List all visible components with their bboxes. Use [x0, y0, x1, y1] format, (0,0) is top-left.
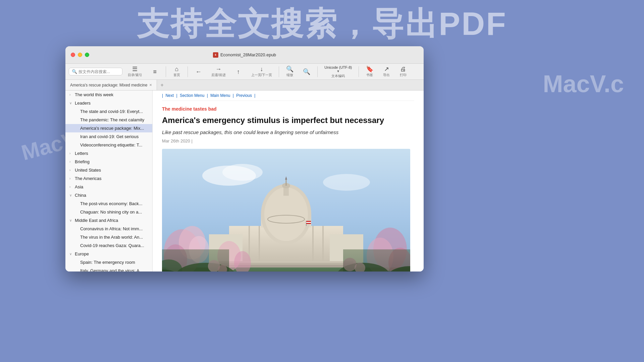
encoding-dropdown-icon: ▼ — [336, 69, 340, 73]
sidebar-item-rescue-package[interactable]: America's rescue package: Mix... — [65, 124, 152, 132]
active-tab[interactable]: America's rescue package: Mixed medicine… — [65, 80, 157, 90]
svg-rect-48 — [343, 249, 410, 272]
nav-section-menu[interactable]: Section Menu — [180, 93, 204, 98]
sidebar-item-label-letters: Letters — [75, 151, 148, 156]
sidebar-item-italy-germany[interactable]: Italy, Germany and the virus: A... — [65, 266, 152, 272]
article-date: Mar 26th 2020 | — [162, 138, 414, 143]
encoding-button[interactable]: Unicode (UTF-8) ▼ 文本编码 — [321, 64, 355, 79]
sidebar-item-united-states[interactable]: ›United States — [65, 166, 152, 174]
svg-point-2 — [222, 164, 263, 181]
sidebar-item-letters[interactable]: ›Letters — [65, 149, 152, 158]
window-title: Economist_28Mar2020.epub — [220, 52, 276, 57]
add-tab-button[interactable]: + — [157, 80, 167, 90]
svg-rect-26 — [306, 223, 311, 224]
expand-icon-asia: › — [69, 185, 73, 189]
sidebar-item-spain-emergency[interactable]: Spain: The emergency room — [65, 258, 152, 266]
encoding-label: 文本编码 — [331, 74, 345, 78]
toc-icon: ☰ — [132, 66, 138, 72]
sidebar-item-label-europe: Europe — [75, 251, 148, 256]
sidebar-item-world-this-week[interactable]: ›The world this week — [65, 90, 152, 99]
close-button[interactable] — [71, 53, 75, 57]
content-pane[interactable]: | Next | Section Menu | Main Menu | Prev… — [153, 90, 424, 272]
page-up-button[interactable]: ↑ — [231, 68, 246, 76]
tab-close-button[interactable]: ✕ — [149, 83, 152, 87]
article-nav: | Next | Section Menu | Main Menu | Prev… — [162, 90, 414, 101]
sidebar-item-virus-arab[interactable]: The virus in the Arab world: An... — [65, 233, 152, 241]
separator-3 — [279, 66, 279, 77]
zoom-out-button[interactable]: 🔍 — [299, 68, 314, 76]
watermark-side-right: MacV.c — [543, 67, 624, 101]
sidebar-item-label-united-states: United States — [75, 168, 148, 173]
sidebar-item-label-state-covid: The state and covid-19: Everyt... — [80, 109, 148, 114]
svg-point-3 — [323, 174, 370, 191]
sidebar-item-label-coronavirus-africa: Coronavirus in Africa: Not imm... — [80, 226, 148, 231]
sidebar-item-the-americas[interactable]: ›The Americas — [65, 174, 152, 183]
article-kicker: The medicine tastes bad — [162, 106, 414, 112]
sidebar-item-coronavirus-africa[interactable]: Coronavirus in Africa: Not imm... — [65, 225, 152, 233]
sidebar-item-asia[interactable]: ›Asia — [65, 183, 152, 191]
search-box[interactable]: 🔍 — [69, 68, 122, 75]
export-label: 导出 — [383, 73, 390, 77]
svg-rect-47 — [162, 249, 229, 272]
sidebar-item-label-rescue-package: America's rescue package: Mix... — [80, 126, 148, 131]
sidebar-item-label-italy-germany: Italy, Germany and the virus: A... — [80, 268, 148, 272]
separator-4 — [317, 66, 318, 77]
page-down-button[interactable]: ↓ 上一页/下一页 — [248, 65, 276, 78]
title-bar: E Economist_28Mar2020.epub — [65, 46, 424, 64]
nav-main-menu[interactable]: Main Menu — [210, 93, 230, 98]
toc-button[interactable]: ☰ 目录/索引 — [124, 65, 146, 78]
menu-button[interactable]: ≡ — [148, 68, 162, 76]
sidebar-item-briefing[interactable]: ›Briefing — [65, 158, 152, 166]
sidebar-item-leaders[interactable]: ∨Leaders — [65, 99, 152, 107]
sidebar-item-label-china-chaguan: Chaguan: No shining city on a... — [80, 209, 148, 215]
separator-1 — [166, 66, 166, 77]
toolbar: 🔍 ☰ 目录/索引 ≡ ⌂ 首页 ← → 后退/前进 ↑ — [65, 64, 424, 80]
main-content: ›The world this week∨LeadersThe state an… — [65, 90, 424, 272]
sidebar-item-europe[interactable]: ∨Europe — [65, 250, 152, 258]
sidebar-item-covid-gaza[interactable]: Covid-19 reaches Gaza: Quara... — [65, 241, 152, 250]
sidebar-item-videoconferencing[interactable]: Videoconferencing etiquette: T... — [65, 141, 152, 149]
zoom-label: 缩放 — [286, 73, 293, 77]
sidebar-item-china-chaguan[interactable]: Chaguan: No shining city on a... — [65, 208, 152, 216]
sidebar-item-pandemic-calamity[interactable]: The pandemic: The next calamity — [65, 116, 152, 124]
nav-previous[interactable]: Previous — [236, 93, 252, 98]
encoding-value: Unicode (UTF-8) — [324, 65, 352, 69]
sidebar-item-middle-east-africa[interactable]: ∨Middle East and Africa — [65, 216, 152, 225]
article-subtitle: Like past rescue packages, this one coul… — [162, 129, 414, 135]
bookmark-button[interactable]: 🔖 书签 — [362, 65, 377, 78]
export-button[interactable]: ↗ 导出 — [379, 65, 394, 78]
mac-window: E Economist_28Mar2020.epub 🔍 ☰ 目录/索引 ≡ ⌂… — [65, 46, 424, 272]
sidebar-item-label-pandemic-calamity: The pandemic: The next calamity — [80, 117, 148, 122]
zoom-in-button[interactable]: 🔍 缩放 — [282, 65, 297, 78]
home-button[interactable]: ⌂ 首页 — [169, 65, 184, 78]
sidebar-item-state-covid[interactable]: The state and covid-19: Everyt... — [65, 107, 152, 116]
sidebar-item-china-post-virus[interactable]: The post-virus economy: Back... — [65, 199, 152, 208]
zoom-in-icon: 🔍 — [286, 66, 293, 72]
forward-button[interactable]: → 后退/前进 — [208, 65, 229, 78]
sidebar: ›The world this week∨LeadersThe state an… — [65, 90, 153, 272]
sidebar-item-label-videoconferencing: Videoconferencing etiquette: T... — [80, 142, 148, 147]
minimize-button[interactable] — [78, 53, 82, 57]
back-forward-label: 后退/前进 — [211, 73, 226, 77]
sidebar-item-label-middle-east-africa: Middle East and Africa — [75, 218, 148, 223]
maximize-button[interactable] — [85, 53, 89, 57]
back-button[interactable]: ← — [191, 68, 206, 76]
home-label: 首页 — [173, 73, 180, 77]
nav-next[interactable]: Next — [165, 93, 174, 98]
sidebar-item-iran-covid[interactable]: Iran and covid-19: Get serious — [65, 132, 152, 141]
sidebar-item-label-covid-gaza: Covid-19 reaches Gaza: Quara... — [80, 243, 148, 248]
svg-rect-24 — [306, 221, 311, 222]
menu-icon: ≡ — [153, 69, 157, 75]
search-input[interactable] — [78, 69, 119, 74]
up-down-label: 上一页/下一页 — [251, 73, 272, 77]
watermark-top: 支持全文搜索，导出PDF — [0, 0, 644, 42]
print-button[interactable]: 🖨 打印 — [396, 65, 411, 78]
down-icon: ↓ — [260, 66, 263, 72]
traffic-lights — [71, 53, 89, 57]
sidebar-item-label-world-this-week: The world this week — [75, 92, 148, 97]
zoom-out-icon: 🔍 — [303, 69, 310, 75]
bookmark-icon: 🔖 — [366, 66, 373, 72]
sidebar-item-china[interactable]: ∨China — [65, 191, 152, 199]
svg-rect-25 — [306, 222, 311, 223]
expand-icon-letters: › — [69, 152, 73, 155]
